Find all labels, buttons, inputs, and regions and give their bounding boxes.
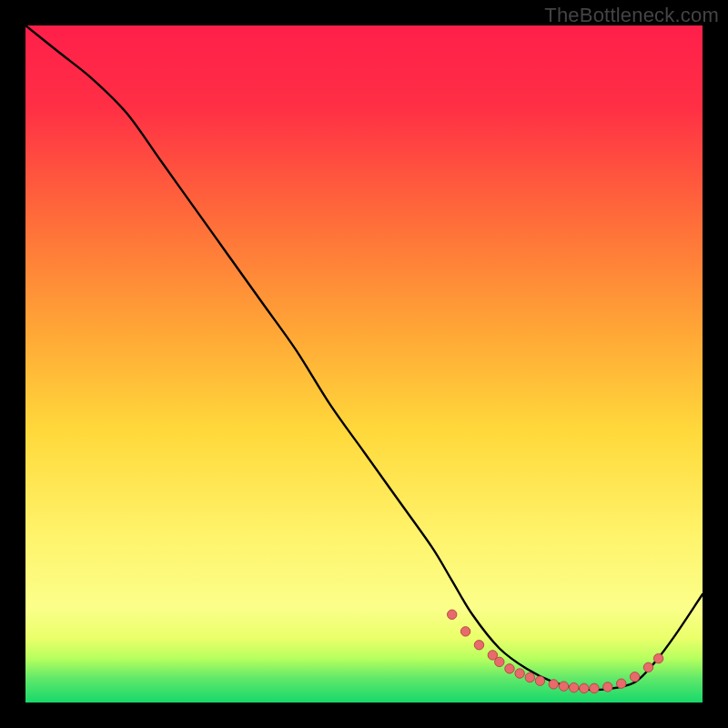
highlight-dot — [653, 653, 662, 662]
highlight-dot — [590, 683, 599, 693]
highlight-dot — [617, 679, 626, 688]
highlight-dot — [505, 664, 514, 673]
highlight-dot — [460, 627, 470, 636]
chart-frame: TheBottleneck.com — [0, 0, 728, 728]
plot-area — [25, 25, 703, 703]
highlight-dot — [569, 682, 578, 692]
highlight-dot — [474, 641, 483, 650]
highlight-dot — [643, 662, 652, 672]
highlight-dot — [515, 669, 524, 678]
bottleneck-curve — [25, 25, 703, 690]
watermark-label: TheBottleneck.com — [544, 4, 719, 27]
highlight-dot — [535, 676, 544, 685]
highlight-dot — [549, 680, 558, 689]
highlight-dot — [525, 672, 534, 682]
highlight-dot — [448, 610, 457, 619]
highlight-dot — [495, 657, 504, 666]
highlight-dot — [630, 672, 639, 682]
highlight-dot — [603, 682, 612, 692]
highlight-dots — [448, 610, 663, 693]
highlight-dot — [559, 682, 568, 691]
highlight-dot — [580, 683, 589, 693]
curve-layer — [25, 25, 703, 703]
